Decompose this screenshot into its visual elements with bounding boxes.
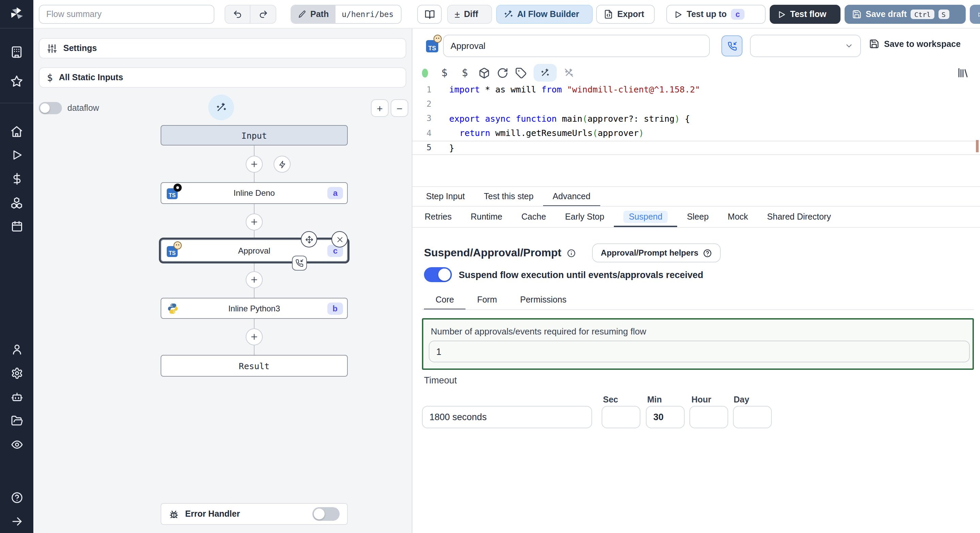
- tab-sleep[interactable]: Sleep: [678, 207, 718, 226]
- tab-step-input[interactable]: Step Input: [417, 187, 474, 206]
- test-up-to-button[interactable]: Test up to c: [666, 5, 765, 24]
- add-step-button-4[interactable]: [246, 328, 263, 345]
- tab-advanced[interactable]: Advanced: [543, 187, 600, 206]
- runs-play-icon[interactable]: [0, 143, 33, 167]
- tab-core[interactable]: Core: [424, 290, 466, 309]
- tab-mock[interactable]: Mock: [718, 207, 758, 226]
- flow-settings-row[interactable]: Settings: [39, 38, 406, 59]
- diff-button[interactable]: ± Diff: [447, 5, 492, 24]
- timeout-sec-input[interactable]: [601, 406, 640, 428]
- redo-icon[interactable]: [250, 5, 275, 23]
- wand-sparkles-icon: [504, 10, 513, 19]
- export-button[interactable]: Export: [596, 5, 655, 24]
- schedules-calendar-icon[interactable]: [0, 214, 33, 238]
- tab-early-stop[interactable]: Early Stop: [556, 207, 614, 226]
- audit-eye-icon[interactable]: [0, 433, 33, 457]
- deploy-button-partial[interactable]: [970, 5, 980, 24]
- code-line-3[interactable]: 3export async function main(approver?: s…: [412, 111, 980, 126]
- tab-permissions[interactable]: Permissions: [509, 290, 578, 309]
- ai-flow-builder-button[interactable]: AI Flow Builder: [496, 5, 593, 24]
- error-handler-toggle[interactable]: [312, 507, 340, 521]
- tag-select-dropdown[interactable]: [750, 35, 861, 57]
- tab-runtime[interactable]: Runtime: [461, 207, 512, 226]
- favorites-star-icon[interactable]: [0, 69, 33, 93]
- docs-book-button[interactable]: [417, 5, 442, 24]
- tab-shared-directory[interactable]: Shared Directory: [757, 207, 840, 226]
- approval-prompt-helpers-button[interactable]: Approval/Prompt helpers: [592, 243, 721, 262]
- code-line-5[interactable]: 5}: [412, 140, 980, 155]
- graph-node-inline-python[interactable]: Inline Python3 b: [161, 298, 348, 319]
- save-to-workspace-button[interactable]: Save to workspace: [869, 39, 961, 49]
- folders-icon[interactable]: [0, 409, 33, 433]
- workspace-icon[interactable]: [0, 40, 33, 64]
- ai-wand-button[interactable]: [208, 95, 234, 121]
- suspend-heading-row: Suspend/Approval/Prompt Approval/Prompt …: [424, 243, 721, 262]
- timeout-hour-input[interactable]: [689, 406, 728, 428]
- path-chip[interactable]: Path u/henri/bes: [291, 5, 401, 24]
- add-step-button-2[interactable]: [246, 214, 263, 230]
- resources-cubes-icon[interactable]: [0, 191, 33, 214]
- code-line-2[interactable]: 2: [412, 97, 980, 111]
- undo-icon[interactable]: [225, 5, 250, 23]
- info-icon[interactable]: [567, 249, 576, 257]
- package-icon[interactable]: [479, 67, 490, 79]
- approvals-required-input[interactable]: 1: [429, 341, 970, 362]
- move-node-icon[interactable]: [301, 231, 317, 247]
- user-icon[interactable]: [0, 338, 33, 361]
- tab-cache[interactable]: Cache: [512, 207, 555, 226]
- library-icon[interactable]: [957, 67, 969, 79]
- all-static-inputs-row[interactable]: $ All Static Inputs: [39, 67, 406, 88]
- step-name-input[interactable]: Approval: [443, 35, 710, 57]
- dataflow-toggle[interactable]: [39, 102, 62, 114]
- settings-gear-icon[interactable]: [0, 361, 33, 385]
- tab-form[interactable]: Form: [466, 290, 508, 309]
- language-status-dot: [422, 68, 428, 77]
- add-step-button-3[interactable]: [246, 271, 263, 288]
- timeout-total-input[interactable]: 1800 seconds: [422, 406, 592, 428]
- reload-icon[interactable]: [497, 67, 508, 79]
- tag-icon[interactable]: [515, 67, 527, 79]
- deno-node-badge: a: [328, 187, 343, 199]
- kbd-ctrl: Ctrl: [911, 10, 934, 19]
- test-flow-button[interactable]: Test flow: [770, 5, 840, 24]
- collapse-arrow-right-icon[interactable]: [0, 509, 33, 533]
- unit-label-day: Day: [733, 395, 749, 405]
- graph-node-approval[interactable]: TS Approval c: [161, 239, 348, 262]
- add-step-button-1[interactable]: [246, 156, 263, 173]
- graph-node-inline-deno[interactable]: TS Inline Deno a: [161, 182, 348, 204]
- home-icon[interactable]: [0, 119, 33, 143]
- zoom-out-button[interactable]: −: [391, 99, 408, 117]
- sliders-icon: [47, 43, 57, 53]
- save-draft-button[interactable]: Save draft Ctrl S: [845, 5, 966, 24]
- help-icon[interactable]: [0, 485, 33, 509]
- bug-icon: [169, 509, 179, 519]
- left-nav-rail: [0, 0, 33, 533]
- save-icon: [852, 10, 862, 19]
- ai-gen-wand-icon[interactable]: [533, 64, 557, 82]
- timeout-min-input[interactable]: 30: [646, 406, 685, 428]
- resources-dollar-icon[interactable]: $: [458, 67, 472, 79]
- ai-fix-wand-off-icon[interactable]: [563, 67, 574, 78]
- windmill-logo[interactable]: [0, 0, 33, 29]
- code-line-4[interactable]: 4 return wmill.getResumeUrls(approver): [412, 126, 980, 140]
- delete-node-close-icon[interactable]: [331, 231, 348, 247]
- variables-dollar-icon[interactable]: [0, 167, 33, 191]
- suspend-phone-incoming-icon[interactable]: [292, 255, 307, 271]
- tab-retries[interactable]: Retries: [415, 207, 461, 226]
- code-line-1[interactable]: 1import * as wmill from "windmill-client…: [412, 82, 980, 97]
- workers-robot-icon[interactable]: [0, 385, 33, 409]
- tab-suspend[interactable]: Suspend: [614, 207, 678, 226]
- variables-dollar-icon[interactable]: $: [438, 67, 451, 79]
- graph-node-input[interactable]: Input: [161, 125, 348, 146]
- error-handler-row[interactable]: Error Handler: [161, 503, 348, 525]
- tab-test-this-step[interactable]: Test this step: [474, 187, 543, 206]
- file-export-icon: [604, 10, 613, 19]
- code-editor[interactable]: 1import * as wmill from "windmill-client…: [412, 82, 980, 155]
- timeout-day-input[interactable]: [733, 406, 772, 428]
- suspend-phone-toggle-button[interactable]: [721, 35, 743, 56]
- graph-node-result[interactable]: Result: [161, 355, 348, 377]
- add-trigger-zap-button[interactable]: [274, 156, 291, 173]
- zoom-in-button[interactable]: +: [371, 99, 388, 117]
- flow-summary-input[interactable]: Flow summary: [39, 5, 215, 24]
- suspend-enable-toggle[interactable]: [424, 267, 452, 282]
